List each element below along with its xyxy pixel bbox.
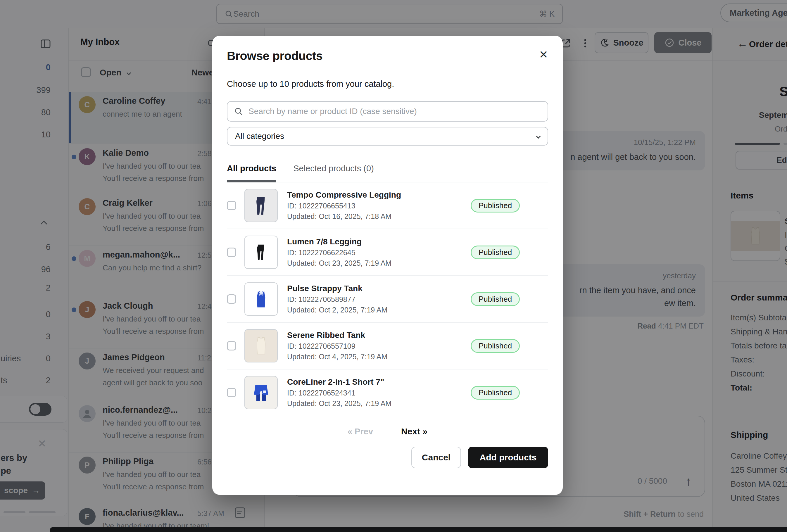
product-row[interactable]: Lumen 7/8 Legging ID: 10222706622645 Upd…: [227, 229, 548, 276]
status-badge: Published: [471, 386, 520, 400]
chevron-down-icon: [536, 134, 541, 139]
product-search[interactable]: [227, 101, 548, 122]
product-row[interactable]: CoreLiner 2-in-1 Short 7" ID: 1022270652…: [227, 369, 548, 416]
product-id: ID: 10222706622645: [287, 249, 471, 257]
status-badge: Published: [471, 292, 520, 306]
product-checkbox[interactable]: [227, 341, 236, 350]
pager-next[interactable]: Next »: [401, 426, 427, 437]
tab-all-products[interactable]: All products: [227, 164, 276, 183]
product-search-input[interactable]: [249, 107, 541, 116]
cancel-button[interactable]: Cancel: [411, 447, 461, 468]
product-checkbox[interactable]: [227, 294, 236, 304]
product-updated: Updated: Oct 16, 2025, 7:18 AM: [287, 212, 471, 221]
product-checkbox[interactable]: [227, 248, 236, 257]
product-name: Pulse Strappy Tank: [287, 284, 471, 293]
product-id: ID: 10222706524341: [287, 389, 471, 397]
status-badge: Published: [471, 339, 520, 353]
product-row[interactable]: Tempo Compressive Legging ID: 1022270665…: [227, 183, 548, 229]
product-row[interactable]: Pulse Strappy Tank ID: 10222706589877 Up…: [227, 276, 548, 323]
product-updated: Updated: Oct 23, 2025, 7:19 AM: [287, 259, 471, 268]
pager-prev[interactable]: « Prev: [347, 427, 373, 437]
category-select[interactable]: All categories: [227, 127, 548, 146]
product-checkbox[interactable]: [227, 388, 236, 397]
category-select-value: All categories: [235, 131, 284, 141]
product-row[interactable]: Serene Ribbed Tank ID: 10222706557109 Up…: [227, 323, 548, 369]
modal-tabs: All products Selected products (0): [227, 164, 548, 183]
modal-title: Browse products: [227, 49, 322, 63]
product-name: Serene Ribbed Tank: [287, 331, 471, 340]
product-name: Lumen 7/8 Legging: [287, 237, 471, 247]
product-updated: Updated: Oct 4, 2025, 7:19 AM: [287, 353, 471, 361]
search-icon: [234, 107, 243, 116]
modal-close-icon[interactable]: ✕: [539, 49, 548, 60]
product-checkbox[interactable]: [227, 201, 236, 210]
product-name: CoreLiner 2-in-1 Short 7": [287, 377, 471, 387]
modal-subtitle: Choose up to 10 products from your catal…: [227, 79, 548, 89]
tab-selected-products[interactable]: Selected products (0): [293, 164, 374, 182]
product-image-navy-leggings: [244, 189, 278, 222]
browse-products-modal: Browse products ✕ Choose up to 10 produc…: [212, 36, 563, 495]
product-image-blue-tank: [244, 282, 278, 316]
product-updated: Updated: Oct 23, 2025, 7:19 AM: [287, 399, 471, 408]
add-products-button[interactable]: Add products: [468, 447, 548, 468]
product-id: ID: 10222706557109: [287, 342, 471, 350]
status-badge: Published: [471, 199, 520, 213]
product-image-cream-tank: [244, 329, 278, 362]
product-name: Tempo Compressive Legging: [287, 190, 471, 200]
product-image-black-leggings: [244, 236, 278, 269]
product-updated: Updated: Oct 2, 2025, 7:19 AM: [287, 306, 471, 314]
product-id: ID: 10222706655413: [287, 202, 471, 210]
product-image-blue-shorts: [244, 376, 278, 409]
product-id: ID: 10222706589877: [287, 295, 471, 304]
status-badge: Published: [471, 246, 520, 259]
